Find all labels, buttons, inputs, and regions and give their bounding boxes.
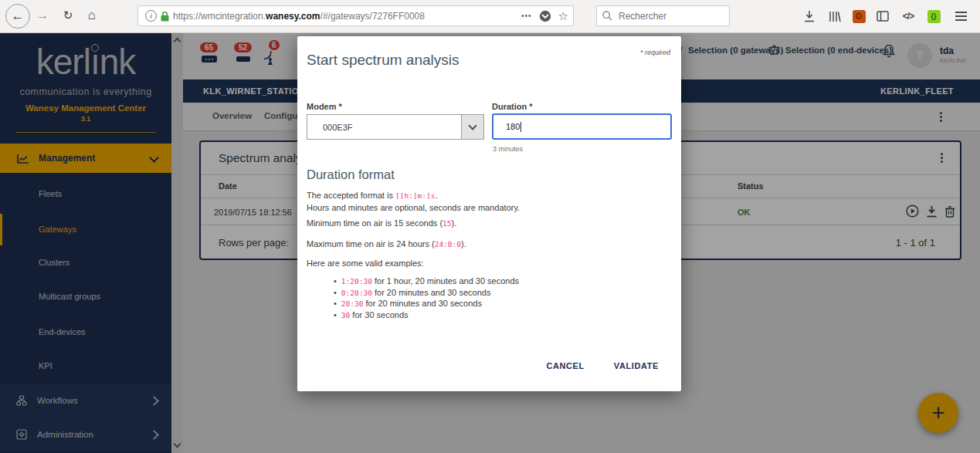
reload-icon: ↻: [63, 8, 73, 22]
bookmark-star-icon[interactable]: ☆: [558, 10, 568, 22]
duration-format-title: Duration format: [307, 167, 395, 182]
pocket-icon[interactable]: [539, 10, 551, 22]
menu-button[interactable]: [951, 7, 970, 25]
forward-button[interactable]: →: [31, 4, 54, 27]
text-cursor: [521, 122, 521, 132]
forward-icon: →: [36, 8, 49, 23]
example-item: •30 for 30 seconds: [334, 310, 409, 319]
back-button[interactable]: ←: [5, 4, 30, 29]
start-spectrum-analysis-dialog: Start spectrum analysis * required Modem…: [297, 36, 681, 391]
downloads-button[interactable]: [800, 7, 819, 25]
home-icon: ⌂: [88, 8, 96, 23]
hamburger-icon: [955, 12, 967, 21]
required-note: * required: [640, 49, 670, 56]
back-icon: ←: [12, 8, 25, 24]
home-button[interactable]: ⌂: [80, 4, 103, 27]
format-description: The accepted format is [[h:]m:]s. Hours …: [307, 190, 520, 213]
cancel-button[interactable]: CANCEL: [543, 357, 587, 375]
devtools-button[interactable]: </>: [899, 7, 917, 25]
modem-select[interactable]: 000E3F: [307, 114, 484, 140]
url-bar[interactable]: i https://wmcintegration.wanesy.com/#/ga…: [137, 5, 574, 26]
modem-label: Modem *: [307, 102, 342, 111]
browser-search[interactable]: [596, 5, 730, 26]
browser-toolbar: ← → ↻ ⌂ i https://wmcintegration.wanesy.…: [0, 0, 980, 33]
example-item: •0:20:30 for 20 minutes and 30 seconds: [334, 288, 490, 297]
page-info-icon[interactable]: i: [145, 10, 157, 22]
sidebar-toggle-button[interactable]: [873, 7, 892, 25]
search-input[interactable]: [617, 10, 713, 22]
duration-helper: 3 minutes: [493, 145, 523, 153]
dialog-title: Start spectrum analysis: [307, 52, 459, 69]
search-icon: [602, 11, 612, 21]
duration-field[interactable]: 180: [492, 113, 672, 140]
chevron-down-icon: [468, 121, 476, 130]
url-text: https://wmcintegration.wanesy.com/#/gate…: [173, 11, 521, 22]
library-button[interactable]: [826, 7, 844, 25]
validate-button[interactable]: VALIDATE: [611, 357, 662, 375]
extension-orange-icon[interactable]: ⚙: [849, 7, 868, 25]
max-time-note: Maximum time on air is 24 hours (24:0:0)…: [307, 238, 466, 251]
example-item: •1:20:30 for 1 hour, 20 minutes and 30 s…: [334, 276, 519, 286]
page-actions-icon[interactable]: •••: [521, 12, 532, 20]
app-page: kerlınk communication is everything Wane…: [0, 32, 980, 453]
select-dropdown-button[interactable]: [461, 115, 483, 139]
duration-label: Duration *: [492, 102, 533, 111]
min-time-note: Minimum time on air is 15 seconds (15).: [307, 218, 456, 230]
extension-green-icon[interactable]: {}: [924, 7, 943, 25]
browser-window: ← → ↻ ⌂ i https://wmcintegration.wanesy.…: [0, 0, 980, 453]
https-lock-icon: [161, 11, 169, 22]
reload-button[interactable]: ↻: [56, 4, 80, 27]
examples-intro: Here are some valid examples:: [307, 258, 424, 269]
example-item: •20:30 for 20 minutes and 30 seconds: [334, 299, 482, 308]
